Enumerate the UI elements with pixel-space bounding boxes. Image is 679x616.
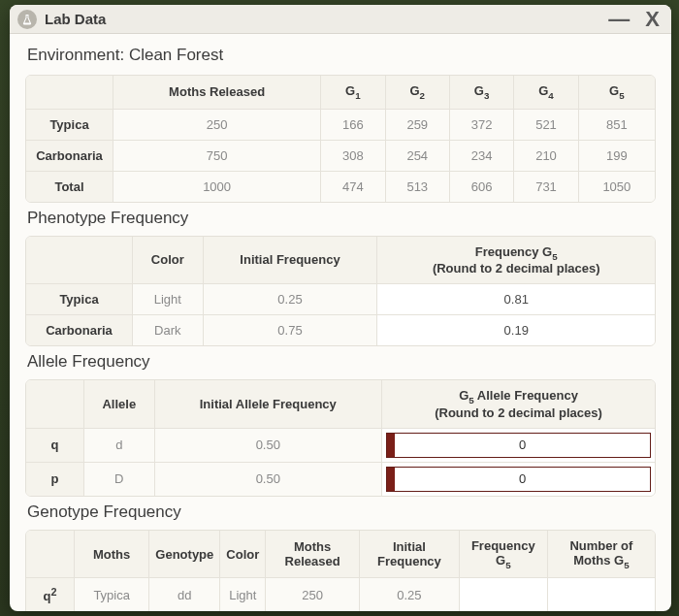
genotype-heading: Genotype Frequency: [27, 503, 656, 522]
allele-heading: Allele Frequency: [27, 352, 656, 372]
cell: 851: [579, 110, 655, 141]
header-g1: G1: [321, 76, 385, 110]
row-label: Total: [26, 172, 113, 202]
cell: 1050: [579, 172, 655, 202]
header-color: Color: [220, 531, 266, 579]
cell: 1000: [113, 172, 321, 202]
cell: 606: [450, 172, 514, 202]
cell: dd: [149, 578, 220, 611]
header-released: Moths Released: [113, 76, 321, 110]
table-header-row: Moths Genotype Color Moths Released Init…: [26, 531, 655, 579]
allele-p-input-cell[interactable]: 0: [382, 463, 655, 496]
window-content: Environment: Clean Forest Moths Released…: [10, 34, 671, 611]
cell: 0.25: [204, 284, 378, 315]
allele-q-input-cell[interactable]: 0: [382, 429, 655, 463]
allele-table: Allele Initial Allele Frequency G5 Allel…: [25, 379, 656, 497]
row-label-p: p: [26, 463, 84, 496]
header-genotype: Genotype: [149, 531, 220, 579]
header-num-g5: Number of Moths G5: [548, 531, 655, 579]
cell: 0.75: [204, 315, 378, 345]
header-g3: G3: [450, 76, 514, 110]
table-row: p D 0.50 0: [26, 463, 655, 496]
cell: d: [84, 429, 155, 463]
header-initial: Initial Frequency: [360, 531, 460, 579]
table-row: Total 1000 474 513 606 731 1050: [26, 172, 655, 202]
table-row: Carbonaria 750 308 254 234 210 199: [26, 141, 655, 172]
table-row: q d 0.50 0: [26, 429, 655, 463]
cell: 259: [386, 110, 450, 141]
cell: 731: [514, 172, 578, 202]
cell: 308: [321, 141, 385, 172]
window-title: Lab Data: [45, 11, 106, 27]
cell: 0.50: [155, 463, 382, 496]
header-g4: G4: [514, 76, 578, 110]
header-allele: Allele: [84, 380, 155, 429]
geno-q2-num-input[interactable]: [548, 578, 655, 611]
cell: 254: [386, 141, 450, 172]
table-row: Carbonaria Dark 0.75 0.19: [26, 315, 655, 345]
header-initial: Initial Frequency: [204, 237, 378, 285]
phenotype-heading: Phenotype Frequency: [27, 209, 656, 228]
cell: 750: [113, 141, 321, 172]
cell: 250: [113, 110, 321, 141]
cell: 0.19: [377, 315, 655, 345]
cell: 0.81: [377, 284, 655, 315]
lab-data-window: Lab Data — X Environment: Clean Forest M…: [10, 5, 671, 611]
row-label: Typica: [26, 284, 133, 315]
header-initial: Initial Allele Frequency: [155, 380, 382, 429]
table-header-row: Color Initial Frequency Frequency G5 (Ro…: [26, 237, 655, 285]
cell: 474: [321, 172, 385, 202]
header-g5: G5 Allele Frequency (Round to 2 decimal …: [382, 380, 655, 429]
cell: 521: [514, 110, 578, 141]
table-row: q2 Typica dd Light 250 0.25: [26, 578, 655, 611]
cell: 0.25: [360, 578, 460, 611]
cell: 513: [386, 172, 450, 202]
environment-table: Moths Released G1 G2 G3 G4 G5 Typica 250…: [25, 75, 656, 203]
header-g5: G5: [579, 76, 655, 110]
cell: Dark: [133, 315, 204, 345]
header-color: Color: [133, 237, 204, 285]
cell: 166: [321, 110, 385, 141]
phenotype-table: Color Initial Frequency Frequency G5 (Ro…: [25, 236, 656, 347]
genotype-table: Moths Genotype Color Moths Released Init…: [25, 530, 656, 611]
cell: Light: [133, 284, 204, 315]
minimize-button[interactable]: —: [604, 9, 633, 30]
cell: 210: [514, 141, 578, 172]
header-released: Moths Released: [266, 531, 360, 579]
row-label-q: q: [26, 429, 84, 463]
cell: Typica: [75, 578, 149, 611]
geno-q2-freq-input[interactable]: [460, 578, 548, 611]
row-label: Carbonaria: [26, 141, 113, 172]
cell: 0.50: [155, 429, 382, 463]
row-label-q2: q2: [26, 578, 75, 611]
header-g5: Frequency G5 (Round to 2 decimal places): [377, 237, 655, 285]
header-blank: [26, 380, 84, 429]
table-row: Typica Light 0.25 0.81: [26, 284, 655, 315]
cell: D: [84, 463, 155, 496]
header-blank: [26, 76, 113, 110]
table-row: Typica 250 166 259 372 521 851: [26, 110, 655, 141]
row-label: Typica: [26, 110, 113, 141]
header-moths: Moths: [75, 531, 149, 579]
table-header-row: Moths Released G1 G2 G3 G4 G5: [26, 76, 655, 110]
cell: 234: [450, 141, 514, 172]
cell: 372: [450, 110, 514, 141]
cell: Light: [220, 578, 266, 611]
cell: 199: [579, 141, 655, 172]
header-blank: [26, 531, 75, 579]
close-button[interactable]: X: [641, 9, 663, 30]
header-g2: G2: [386, 76, 450, 110]
header-freq-g5: Frequency G5: [460, 531, 548, 579]
header-blank: [26, 237, 133, 285]
row-label: Carbonaria: [26, 315, 133, 345]
window-titlebar: Lab Data — X: [10, 5, 671, 34]
environment-title: Environment: Clean Forest: [27, 46, 656, 65]
table-header-row: Allele Initial Allele Frequency G5 Allel…: [26, 380, 655, 429]
flask-icon: [17, 10, 37, 29]
cell: 250: [266, 578, 360, 611]
